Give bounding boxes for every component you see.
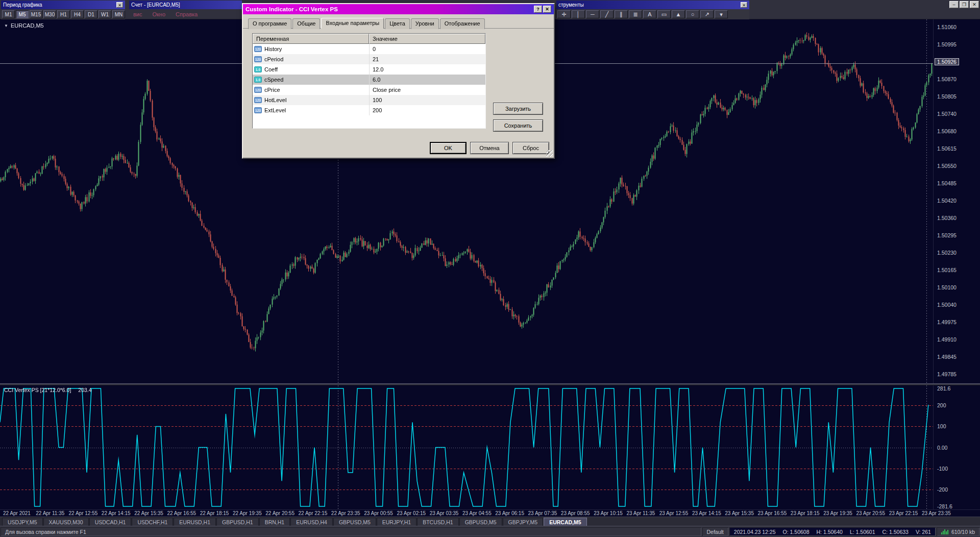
period-toolbar: Период графика ✕ M1M5M15M30H1H4D1W1MN [1,1,125,19]
dialog-tab-уровни[interactable]: Уровни [411,18,439,29]
timeframe-d1-button[interactable]: D1 [85,10,97,18]
price-axis-label: 1.49845 [937,354,957,360]
timeframe-w1-button[interactable]: W1 [99,10,111,18]
indicator-axis[interactable]: 281.62001000.00-100-200-281.6 [933,385,980,509]
restore-button[interactable]: ❐ [960,1,969,8]
param-row-cspeed[interactable]: 1.0cSpeed6.0 [253,75,485,85]
time-axis-label: 23 Apr 02:15 [397,510,426,516]
chart-tab-eurcad-m5[interactable]: EURCAD,M5 [544,518,586,526]
param-value[interactable]: 100 [369,95,485,105]
menu-item-справка[interactable]: Справка [176,11,198,17]
menu-item-окно[interactable]: Окно [153,11,166,17]
horizontal-line-icon[interactable]: ─ [586,10,599,18]
trendline-icon[interactable]: ╱ [600,10,614,18]
crosshair-icon[interactable]: ✛ [557,10,571,18]
channel-icon[interactable]: ∥ [615,10,628,18]
column-header-value[interactable]: Значение [369,34,485,44]
reset-button[interactable]: Сброс [512,142,549,154]
chart-tab-gbpusd-m5[interactable]: GBPUSD,M5 [459,518,502,526]
chart-tab-xauusd-m30[interactable]: XAUUSD,M30 [43,518,89,526]
time-axis-label: 23 Apr 06:15 [495,510,524,516]
minimize-button[interactable]: – [949,1,959,8]
param-row-extlevel[interactable]: 123ExtLevel200 [253,105,485,115]
param-value[interactable]: 0 [369,44,485,54]
dialog-tab-входные-параметры[interactable]: Входные параметры [321,18,384,29]
param-value[interactable]: 200 [369,105,485,115]
close-button[interactable]: ✕ [970,1,979,8]
timeframe-m5-button[interactable]: M5 [16,10,29,18]
chart-tab-eurusd-h1[interactable]: EURUSD,H1 [174,518,216,526]
menu-item-вис[interactable]: вис [133,11,142,17]
timeframe-m30-button[interactable]: M30 [43,10,56,18]
ellipse-icon[interactable]: ○ [686,10,699,18]
status-profile[interactable]: Default [702,527,728,536]
arrow-icon[interactable]: ↗ [700,10,714,18]
price-axis-label: 1.50740 [937,111,957,117]
save-button[interactable]: Сохранить [493,119,543,132]
indicator-label: CCI Vertex PS [21*12.0*6.0] 203.4 [4,387,92,393]
time-axis-label: 23 Apr 04:55 [462,510,492,516]
cancel-button[interactable]: Отмена [470,142,509,154]
param-value[interactable]: 12.0 [369,64,485,75]
rectangle-icon[interactable]: ▭ [657,10,671,18]
dialog-tab-цвета[interactable]: Цвета [385,18,410,29]
timeframe-m1-button[interactable]: M1 [2,10,15,18]
param-row-cprice[interactable]: 123cPriceClose price [253,85,485,95]
chart-tab-usdcad-h1[interactable]: USDCAD,H1 [89,518,132,526]
time-axis-label: 23 Apr 00:55 [364,510,393,516]
close-icon[interactable]: ✕ [116,2,123,8]
load-button[interactable]: Загрузить [493,103,543,115]
indicator-axis-label: 0.00 [937,445,947,451]
chart-tab-gbpusd-m5[interactable]: GBPUSD,M5 [333,518,376,526]
param-name: HotLevel [264,97,286,103]
time-axis-label: 23 Apr 10:15 [594,510,623,516]
timeframe-m15-button[interactable]: M15 [30,10,42,18]
dialog-tab-отображение[interactable]: Отображение [440,18,485,29]
text-icon[interactable]: A [643,10,656,18]
param-value[interactable]: Close price [369,85,485,95]
help-icon[interactable]: ? [534,6,542,13]
param-row-cperiod[interactable]: 123cPeriod21 [253,54,485,64]
close-icon[interactable]: ✕ [741,2,747,8]
param-value[interactable]: 6.0 [369,75,485,85]
timeframe-h1-button[interactable]: H1 [57,10,70,18]
param-row-coeff[interactable]: 1.0Coeff12.0 [253,64,485,75]
column-header-variable[interactable]: Переменная [253,34,369,44]
close-icon[interactable]: ✕ [543,6,551,13]
indicator-canvas[interactable] [0,385,933,509]
time-axis-label: 22 Apr 20:55 [265,510,295,516]
chart-tab-usdjpy-m5[interactable]: USDJPY,M5 [2,518,43,526]
vertical-line-icon[interactable]: │ [572,10,585,18]
account-titlebar[interactable]: Счет - [EURCAD,M5] [129,1,242,9]
tools-toolbar-titlebar[interactable]: струменты ✕ [556,1,749,9]
time-axis-label: 23 Apr 03:35 [430,510,459,516]
price-axis-label: 1.49975 [937,319,957,325]
dialog-tab-о-программе[interactable]: О программе [248,18,291,29]
time-axis[interactable]: 22 Apr 202122 Apr 11:3522 Apr 12:5522 Ap… [0,509,980,517]
timeframe-mn-button[interactable]: MN [112,10,125,18]
param-value[interactable]: 21 [369,54,485,64]
resize-grip[interactable] [546,150,553,157]
period-toolbar-titlebar[interactable]: Период графика ✕ [1,1,125,9]
timeframe-h4-button[interactable]: H4 [71,10,84,18]
chart-tab-eurjpy-h1[interactable]: EURJPY,H1 [377,518,416,526]
fibonacci-icon[interactable]: ≣ [629,10,642,18]
chart-tab-btcusd-h1[interactable]: BTCUSD,H1 [417,518,459,526]
dialog-tab-общие[interactable]: Общие [292,18,320,29]
param-row-hotlevel[interactable]: 123HotLevel100 [253,95,485,105]
price-axis[interactable]: 1.510601.509951.509261.508701.508051.507… [933,19,980,383]
triangle-icon[interactable]: ▲ [672,10,685,18]
param-row-history[interactable]: 123History0 [253,44,485,54]
chart-tab-eurusd-h4[interactable]: EURUSD,H4 [290,518,333,526]
more-tools-dropdown-icon[interactable]: ▾ [715,10,728,18]
param-name: cPeriod [264,56,283,62]
chart-tab-gbpjpy-m5[interactable]: GBPJPY,M5 [503,518,544,526]
dialog-titlebar[interactable]: Custom Indicator - CCI Vertex PS ? ✕ [243,4,554,14]
price-axis-label: 1.51060 [937,24,957,30]
chart-tab-gbpusd-h1[interactable]: GBPUSD,H1 [216,518,259,526]
price-axis-label: 1.50485 [937,180,957,186]
chart-tab-usdchf-h1[interactable]: USDCHF,H1 [132,518,173,526]
ok-button[interactable]: OK [430,142,467,154]
chevron-down-icon[interactable]: ▼ [4,23,8,28]
chart-tab-brn-h1[interactable]: BRN,H1 [259,518,290,526]
